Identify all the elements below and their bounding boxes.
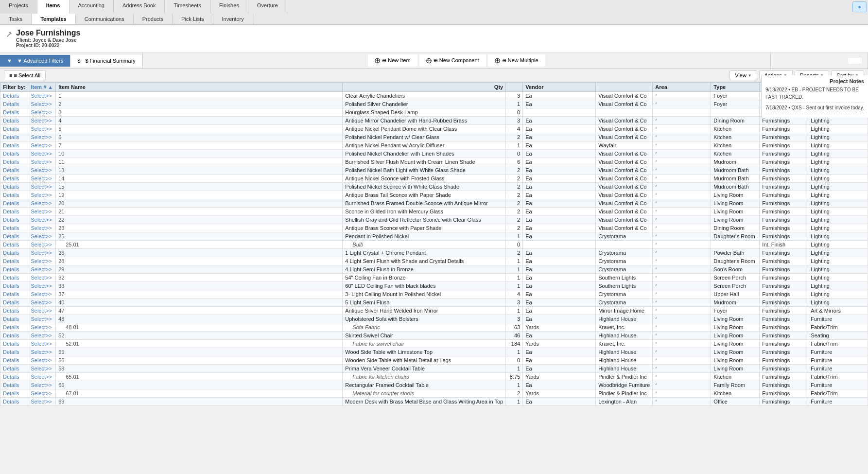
vendor-sort-arrow[interactable]: ^ [653,365,711,373]
details-button[interactable]: Details [0,183,28,191]
select-button[interactable]: Select>> [28,183,56,191]
advanced-filters-button[interactable]: ▼ ▼ Advanced Filters [0,55,70,67]
select-button[interactable]: Select>> [28,191,56,199]
details-button[interactable]: Details [0,381,28,389]
select-button[interactable]: Select>> [28,389,56,398]
select-button[interactable]: Select>> [28,141,56,150]
nav-templates[interactable]: Templates [32,14,76,24]
nav-timesheets[interactable]: Timesheets [165,0,210,14]
select-button[interactable]: Select>> [28,150,56,158]
details-button[interactable]: Details [0,199,28,208]
details-button[interactable]: Details [0,365,28,373]
details-button[interactable]: Details [0,125,28,133]
vendor-sort-arrow[interactable]: ^ [653,125,711,133]
select-button[interactable]: Select>> [28,323,56,332]
select-button[interactable]: Select>> [28,175,56,183]
vendor-sort-arrow[interactable]: ^ [653,166,711,175]
new-item-button[interactable]: ⨁ ⊕ New Item [368,54,417,67]
nav-items[interactable]: Items [37,0,69,14]
details-button[interactable]: Details [0,307,28,315]
nav-overture[interactable]: Overture [248,0,287,14]
details-button[interactable]: Details [0,100,28,108]
select-button[interactable]: Select>> [28,373,56,381]
vendor-sort-arrow[interactable]: ^ [653,389,711,398]
details-button[interactable]: Details [0,389,28,398]
vendor-sort-arrow[interactable]: ^ [653,348,711,356]
details-button[interactable]: Details [0,290,28,298]
details-button[interactable]: Details [0,274,28,282]
select-button[interactable]: Select>> [28,356,56,365]
vendor-sort-arrow[interactable]: ^ [653,298,711,307]
col-item-num[interactable]: Item # ▲ [28,83,56,92]
select-all-button[interactable]: ≡ ≡ Select All [4,70,46,80]
nav-inventory[interactable]: Inventory [213,14,253,24]
vendor-sort-arrow[interactable]: ^ [653,323,711,332]
details-button[interactable]: Details [0,265,28,274]
select-button[interactable]: Select>> [28,241,56,249]
vendor-sort-arrow[interactable]: ^ [653,232,711,241]
details-button[interactable]: Details [0,373,28,381]
details-button[interactable]: Details [0,150,28,158]
details-button[interactable]: Details [0,191,28,199]
select-button[interactable]: Select>> [28,381,56,389]
view-button[interactable]: View ▼ [729,70,757,80]
select-button[interactable]: Select>> [28,298,56,307]
details-button[interactable]: Details [0,117,28,125]
select-button[interactable]: Select>> [28,108,56,117]
select-button[interactable]: Select>> [28,348,56,356]
select-button[interactable]: Select>> [28,290,56,298]
details-button[interactable]: Details [0,348,28,356]
vendor-sort-arrow[interactable]: ^ [653,224,711,232]
details-button[interactable]: Details [0,282,28,290]
details-button[interactable]: Details [0,232,28,241]
check-save-button[interactable] [852,1,867,12]
vendor-sort-arrow[interactable]: ^ [653,381,711,389]
details-button[interactable]: Details [0,315,28,323]
vendor-sort-arrow[interactable]: ^ [653,315,711,323]
select-button[interactable]: Select>> [28,166,56,175]
select-button[interactable]: Select>> [28,249,56,257]
vendor-sort-arrow[interactable]: ^ [653,249,711,257]
select-button[interactable]: Select>> [28,365,56,373]
select-button[interactable]: Select>> [28,125,56,133]
select-button[interactable]: Select>> [28,232,56,241]
select-button[interactable]: Select>> [28,265,56,274]
details-button[interactable]: Details [0,92,28,100]
vendor-sort-arrow[interactable]: ^ [653,282,711,290]
details-button[interactable]: Details [0,241,28,249]
details-button[interactable]: Details [0,141,28,150]
nav-address-book[interactable]: Address Book [114,0,165,14]
vendor-sort-arrow[interactable]: ^ [653,307,711,315]
project-notes-button[interactable] [848,58,862,64]
vendor-sort-arrow[interactable]: ^ [653,208,711,216]
vendor-sort-arrow[interactable]: ^ [653,216,711,224]
vendor-sort-arrow[interactable]: ^ [653,199,711,208]
vendor-sort-arrow[interactable]: ^ [653,191,711,199]
details-button[interactable]: Details [0,208,28,216]
select-button[interactable]: Select>> [28,307,56,315]
select-button[interactable]: Select>> [28,117,56,125]
details-button[interactable]: Details [0,340,28,348]
details-button[interactable]: Details [0,175,28,183]
nav-products[interactable]: Products [134,14,173,24]
vendor-sort-arrow[interactable]: ^ [653,265,711,274]
vendor-sort-arrow[interactable]: ^ [653,100,711,108]
details-button[interactable]: Details [0,158,28,166]
select-button[interactable]: Select>> [28,282,56,290]
select-button[interactable]: Select>> [28,340,56,348]
vendor-sort-arrow[interactable]: ^ [653,257,711,265]
vendor-sort-arrow[interactable]: ^ [653,158,711,166]
vendor-sort-arrow[interactable]: ^ [653,274,711,282]
details-button[interactable]: Details [0,356,28,365]
nav-pick-lists[interactable]: Pick Lists [173,14,213,24]
vendor-sort-arrow[interactable]: ^ [653,141,711,150]
details-button[interactable]: Details [0,133,28,141]
financial-summary-button[interactable]: $ $ Financial Summary [70,55,142,67]
details-button[interactable]: Details [0,323,28,332]
external-link-icon[interactable]: ↗ [6,30,12,39]
details-button[interactable]: Details [0,166,28,175]
new-component-button[interactable]: ⨁ ⊕ New Component [419,54,486,67]
select-button[interactable]: Select>> [28,332,56,340]
vendor-sort-arrow[interactable]: ^ [653,290,711,298]
vendor-sort-arrow[interactable]: ^ [653,150,711,158]
